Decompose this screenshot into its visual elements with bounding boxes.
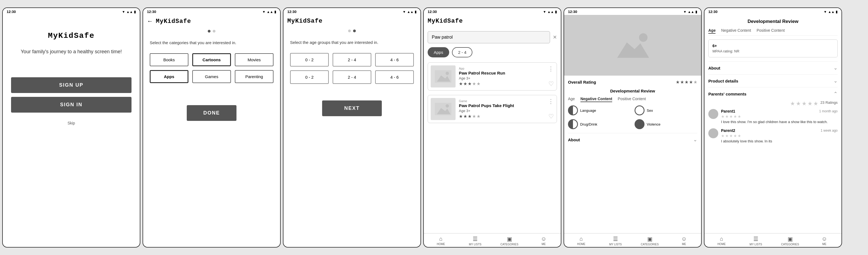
parents-comments-label: Parents' comments bbox=[708, 92, 746, 96]
me-icon-5: ☺ bbox=[681, 236, 687, 242]
comment-1-user: Parent1 bbox=[721, 109, 735, 113]
avatar-parent1 bbox=[708, 109, 718, 119]
next-button[interactable]: NEXT bbox=[322, 101, 382, 116]
about-section[interactable]: About ⌄ bbox=[708, 61, 838, 74]
search-bar-container: ✕ bbox=[424, 27, 561, 45]
nav-home-4[interactable]: ⌂ HOME bbox=[424, 236, 458, 246]
cs2-1: ★ bbox=[721, 134, 724, 138]
cat-games[interactable]: Games bbox=[192, 70, 231, 83]
result-card-1[interactable]: App Paw Patrol Rescue Run Age 3+ ★ ★ ★ ★… bbox=[428, 62, 557, 90]
cat-movies[interactable]: Movies bbox=[235, 53, 274, 66]
back-arrow[interactable]: ← bbox=[147, 18, 153, 25]
age-0-2-b[interactable]: 0 - 2 bbox=[290, 70, 329, 84]
dev-review-screen: Developmental Review Age Negative Conten… bbox=[705, 15, 841, 233]
result-name-1: Paw Patrol Rescue Run bbox=[459, 71, 554, 75]
time-5: 12:30 bbox=[568, 10, 577, 14]
dev-tab-positive[interactable]: Positive Content bbox=[757, 28, 785, 34]
signal-icon-2: ▲▲ bbox=[267, 10, 273, 14]
bottom-nav-4: ⌂ HOME ☰ MY LISTS ▣ CATEGORIES ☺ ME bbox=[424, 233, 561, 247]
age-4-6-b[interactable]: 4 - 6 bbox=[375, 70, 414, 84]
star-2-4: ★ bbox=[472, 114, 476, 119]
dev-tab-negative[interactable]: Negative Content bbox=[721, 28, 751, 34]
time-2: 12:30 bbox=[147, 10, 156, 14]
svg-point-8 bbox=[639, 33, 648, 42]
cat-parenting[interactable]: Parenting bbox=[235, 70, 274, 83]
nav-lists-5[interactable]: ☰ MY LISTS bbox=[598, 236, 632, 246]
star-2: ★ bbox=[463, 81, 467, 86]
about-label: About bbox=[568, 138, 580, 142]
screen5-detail: 12:30 ▼ ▲▲ ▮ Overall Rating ★ ★ ★ ★ ★ De… bbox=[564, 7, 702, 248]
comment-1-body: Parent1 1 month ago ★ ★ ★ ★ ★ I love thi… bbox=[721, 109, 838, 124]
o-star-4: ★ bbox=[689, 79, 693, 85]
nav-lists-6[interactable]: ☰ MY LISTS bbox=[739, 236, 773, 246]
rs-4: ★ bbox=[807, 100, 812, 107]
nav-me-4[interactable]: ☺ ME bbox=[527, 236, 561, 246]
signup-button[interactable]: SIGN UP bbox=[11, 77, 131, 93]
result-thumb-2 bbox=[431, 98, 456, 120]
language-circle bbox=[568, 105, 578, 115]
mpaa-box: 6+ MPAA rating: NR bbox=[708, 39, 838, 58]
tab-positive[interactable]: Positive Content bbox=[618, 97, 646, 102]
battery-icon-5: ▮ bbox=[695, 10, 697, 14]
about-row[interactable]: About ⌄ bbox=[568, 133, 697, 146]
dev-tab-age[interactable]: Age bbox=[708, 28, 715, 34]
result-stars-2: ★ ★ ★ ★ ★ bbox=[459, 114, 554, 119]
comment-1-stars: ★ ★ ★ ★ ★ bbox=[721, 114, 838, 119]
nav-lists-4[interactable]: ☰ MY LISTS bbox=[458, 236, 492, 246]
filter-age[interactable]: 2 - 4 bbox=[452, 47, 472, 58]
cat-apps[interactable]: Apps bbox=[150, 70, 188, 83]
nav-me-5[interactable]: ☺ ME bbox=[667, 236, 701, 246]
overall-label: Overall Rating bbox=[568, 80, 596, 84]
comment-2-user: Parent2 bbox=[721, 128, 735, 133]
age-4-6-a[interactable]: 4 - 6 bbox=[375, 53, 414, 67]
nav-me-label-6: ME bbox=[823, 243, 827, 246]
clear-icon[interactable]: ✕ bbox=[553, 34, 557, 40]
nav-home-5[interactable]: ⌂ HOME bbox=[564, 236, 598, 246]
filter-apps[interactable]: Apps bbox=[428, 47, 449, 58]
parents-comments-section[interactable]: Parents' comments ⌃ bbox=[708, 87, 838, 100]
review-tabs: Age Negative Content Positive Content bbox=[568, 97, 697, 102]
status-bar-3: 12:30 ▼ ▲▲ ▮ bbox=[283, 8, 421, 15]
wifi-icon: ▼ bbox=[122, 10, 125, 14]
status-bar-2: 12:30 ▼ ▲▲ ▮ bbox=[143, 8, 280, 15]
nav-categories-5[interactable]: ▣ CATEGORIES bbox=[632, 236, 667, 246]
age-0-2-a[interactable]: 0 - 2 bbox=[290, 53, 329, 67]
cat-books[interactable]: Books bbox=[150, 53, 188, 66]
heart-icon-1[interactable]: ♡ bbox=[548, 80, 554, 87]
cat-cartoons[interactable]: Cartoons bbox=[192, 53, 231, 66]
tab-negative[interactable]: Negative Content bbox=[581, 97, 612, 102]
dot-3b bbox=[353, 30, 356, 32]
comment-2: Parent2 1 week ago ★ ★ ★ ★ ★ I absolutel… bbox=[708, 128, 838, 144]
nav-categories-4[interactable]: ▣ CATEGORIES bbox=[492, 236, 527, 246]
battery-icon-3: ▮ bbox=[415, 10, 416, 14]
more-icon-2[interactable]: ⋮ bbox=[548, 98, 554, 105]
me-icon-6: ☺ bbox=[822, 236, 827, 242]
parents-comments-expanded: ★ ★ ★ ★ ★ 23 Ratings Parent1 1 month ago bbox=[708, 100, 838, 144]
nav-categories-6[interactable]: ▣ CATEGORIES bbox=[773, 236, 807, 246]
signal-icon-5: ▲▲ bbox=[688, 10, 694, 14]
age-value: 6+ bbox=[712, 44, 834, 48]
star-4: ★ bbox=[472, 81, 476, 86]
product-details-section[interactable]: Product details ⌄ bbox=[708, 74, 838, 87]
categories-icon-4: ▣ bbox=[507, 236, 512, 242]
age-2-4-b[interactable]: 2 - 4 bbox=[333, 70, 371, 84]
nav-home-6[interactable]: ⌂ HOME bbox=[705, 236, 739, 246]
status-bar-6: 12:30 ▼ ▲▲ ▮ bbox=[705, 8, 841, 15]
home-icon-5: ⌂ bbox=[580, 236, 583, 242]
tab-age[interactable]: Age bbox=[568, 97, 575, 102]
violence-circle bbox=[634, 119, 645, 129]
about-chevron: ⌄ bbox=[693, 137, 697, 143]
heart-icon-2[interactable]: ♡ bbox=[548, 113, 554, 120]
done-button[interactable]: DONE bbox=[187, 105, 237, 121]
wifi-icon-5: ▼ bbox=[683, 10, 686, 14]
o-star-1: ★ bbox=[676, 79, 680, 85]
nav-me-6[interactable]: ☺ ME bbox=[807, 236, 841, 246]
more-icon-1[interactable]: ⋮ bbox=[548, 65, 554, 73]
search-input[interactable] bbox=[428, 31, 550, 43]
sex-label: Sex bbox=[647, 108, 653, 113]
result-card-2[interactable]: Game Paw Patrol Pups Take Flight Age 3+ … bbox=[428, 95, 557, 123]
age-2-4-a[interactable]: 2 - 4 bbox=[333, 53, 371, 67]
skip-link[interactable]: Skip bbox=[67, 121, 75, 125]
home-icon-6: ⌂ bbox=[720, 236, 723, 242]
signin-button[interactable]: SIGN IN bbox=[11, 97, 131, 113]
